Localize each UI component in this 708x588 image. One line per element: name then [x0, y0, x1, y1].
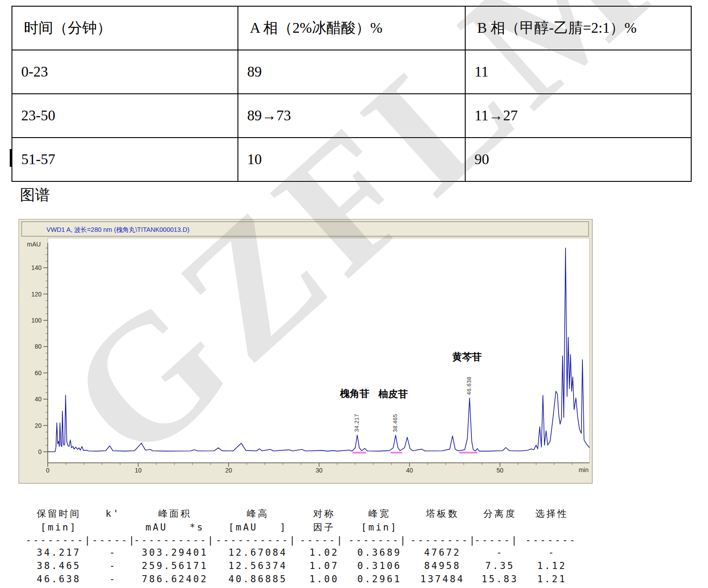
y-tick-label: 60 [34, 369, 42, 377]
results-cell-r0-c3: 12.67084 [216, 546, 300, 559]
x-axis-unit: min [578, 466, 589, 473]
retention-time-label: 46.638 [466, 377, 472, 395]
retention-time-label: 34.217 [354, 414, 360, 432]
x-tick-label: 0 [46, 467, 50, 474]
results-cell-r2-c2: 786.62402 [134, 573, 216, 586]
table-row: 23-50 89→73 11→27 [12, 94, 691, 138]
cell-time: 23-50 [12, 94, 238, 138]
x-tick-label: 30 [316, 467, 323, 474]
results-cell-r0-c1: - [92, 546, 134, 559]
results-cell-r2-c0: 46.638 [26, 573, 92, 586]
cell-phase-a: 10 [238, 138, 465, 181]
results-cell-r1-c1: - [92, 559, 134, 573]
results-cell-r0-c0: 34.217 [26, 546, 92, 559]
results-separator-5: -------| [348, 534, 410, 546]
results-cell-r2-c3: 40.86885 [216, 573, 300, 586]
results-cell-r1-c4: 1.07 [300, 559, 348, 573]
results-header-6: 塔板数 [410, 507, 475, 520]
header-time: 时间（分钟） [12, 6, 238, 50]
results-cell-r1-c5: 0.3106 [348, 559, 410, 573]
results-cell-r0-c4: 1.02 [300, 546, 348, 559]
results-cell-r1-c7: 7.35 [475, 559, 525, 573]
chromatogram-title: VWD1 A, 波长=280 nm (槐角丸\TITANK000013.D) [46, 226, 189, 233]
results-subheader-5: [min] [348, 520, 410, 534]
y-tick-label: 100 [31, 317, 42, 324]
results-cell-r0-c2: 303.29401 [134, 546, 216, 559]
results-cell-r2-c4: 1.00 [300, 573, 348, 586]
cell-time: 0-23 [12, 50, 238, 94]
results-cell-r0-c5: 0.3689 [348, 546, 410, 559]
scan-artifact-mark [10, 149, 12, 167]
results-cell-r2-c5: 0.2961 [348, 573, 410, 586]
y-axis-unit: mAU [27, 241, 41, 248]
y-tick-label: 140 [31, 264, 42, 271]
results-subheader-4: 因子 [300, 520, 348, 534]
results-separator-7: -----| [475, 534, 525, 546]
y-tick-label: 120 [31, 291, 42, 298]
results-cell-r1-c6: 84958 [410, 559, 475, 573]
retention-time-label: 38.465 [392, 414, 398, 432]
results-separator-0: --------| [26, 534, 92, 546]
results-header-3: 峰高 [216, 507, 300, 520]
results-subheader-0: [min] [26, 520, 92, 534]
results-header-4: 对称 [300, 507, 348, 520]
results-subheader-6 [410, 520, 475, 534]
results-cell-r0-c8: - [525, 546, 578, 559]
results-cell-r1-c2: 259.56171 [134, 559, 216, 573]
results-separator-4: -----| [300, 534, 348, 546]
results-separator-8: ------- [525, 534, 578, 546]
results-separator-3: ----------| [216, 534, 300, 546]
cell-phase-b: 90 [465, 138, 691, 181]
compound-name-label: 柚皮苷 [378, 388, 408, 400]
results-cell-r1-c0: 38.465 [26, 559, 92, 573]
results-cell-r2-c1: - [92, 573, 134, 586]
results-cell-r0-c7: - [475, 546, 525, 559]
cell-phase-b: 11 [465, 50, 691, 94]
results-header-1: k' [92, 507, 134, 520]
results-subheader-2: mAU *s [134, 520, 216, 534]
chromatogram-plot: VWD1 A, 波长=280 nm (槐角丸\TITANK000013.D) m… [19, 219, 591, 482]
results-header-5: 峰宽 [348, 507, 410, 520]
cell-phase-a: 89→73 [238, 94, 465, 138]
results-cell-r1-c8: 1.12 [525, 559, 578, 573]
compound-name-label: 槐角苷 [340, 388, 369, 399]
results-cell-r0-c6: 47672 [410, 546, 475, 559]
cell-phase-a: 89 [238, 50, 465, 94]
results-separator-6: --------| [410, 534, 475, 546]
x-tick-label: 50 [497, 467, 504, 474]
results-subheader-3: [mAU ] [216, 520, 300, 534]
results-separator-2: ----------| [134, 534, 216, 546]
header-phase-b: B 相（甲醇-乙腈=2:1）% [465, 6, 691, 50]
y-tick-label: 0 [38, 448, 42, 455]
y-tick-label: 20 [34, 422, 42, 429]
chromatogram-panel: VWD1 A, 波长=280 nm (槐角丸\TITANK000013.D) m… [19, 219, 593, 484]
document-page: 时间（分钟） A 相（2%冰醋酸）% B 相（甲醇-乙腈=2:1）% 0-23 … [0, 0, 708, 588]
gradient-program-table: 时间（分钟） A 相（2%冰醋酸）% B 相（甲醇-乙腈=2:1）% 0-23 … [11, 6, 692, 182]
results-header-8: 选择性 [525, 507, 578, 520]
x-tick-label: 20 [225, 467, 232, 474]
results-cell-r2-c7: 15.83 [475, 573, 525, 586]
results-subheader-8 [525, 520, 578, 534]
x-tick-label: 10 [135, 467, 142, 474]
results-header-2: 峰面积 [134, 507, 216, 520]
table-header-row: 时间（分钟） A 相（2%冰醋酸）% B 相（甲醇-乙腈=2:1）% [12, 6, 691, 50]
y-tick-label: 40 [34, 396, 42, 403]
results-cell-r1-c3: 12.56374 [216, 559, 300, 573]
results-cell-r2-c6: 137484 [410, 573, 475, 586]
section-heading: 图谱 [20, 185, 50, 205]
table-row: 0-23 89 11 [12, 50, 691, 94]
table-row: 51-57 10 90 [12, 138, 691, 181]
results-cell-r2-c8: 1.21 [525, 573, 578, 586]
header-phase-a: A 相（2%冰醋酸）% [238, 6, 465, 50]
cell-phase-b: 11→27 [465, 94, 691, 138]
peak-results-table: 保留时间k'峰面积峰高对称峰宽塔板数分离度选择性[min]mAU *s[mAU … [26, 507, 578, 586]
results-subheader-1 [92, 520, 134, 534]
y-tick-label: 80 [34, 343, 42, 350]
results-header-7: 分离度 [475, 507, 525, 520]
results-subheader-7 [475, 520, 525, 534]
results-separator-1: -----| [92, 534, 134, 546]
x-tick-label: 40 [406, 467, 413, 474]
compound-name-label: 黄芩苷 [452, 351, 482, 362]
plot-area [48, 238, 589, 463]
results-header-0: 保留时间 [26, 507, 92, 520]
